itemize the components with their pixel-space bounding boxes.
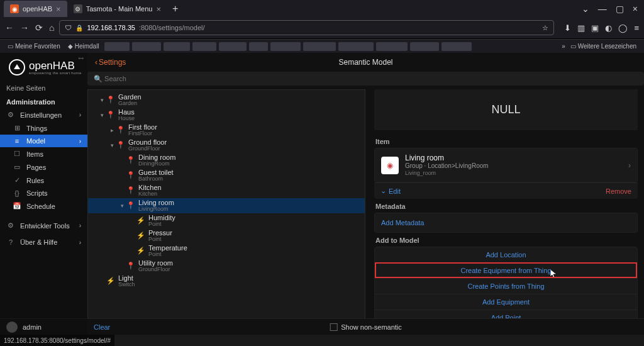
tree-toggle-icon[interactable]: ▾ bbox=[108, 142, 116, 148]
bookmark-blurred[interactable] bbox=[338, 42, 374, 51]
bookmark-blurred[interactable] bbox=[249, 42, 268, 51]
checkbox-icon[interactable] bbox=[330, 323, 337, 331]
tree-sublabel: GroundFloor bbox=[128, 146, 167, 152]
bookmark-blurred[interactable] bbox=[410, 42, 439, 51]
sidebar-item-help[interactable]: ? Über & Hilfe › bbox=[0, 236, 87, 248]
sidebar-item-model[interactable]: ≡ Model › bbox=[0, 135, 87, 147]
browser-tab-tasmota[interactable]: ⚙ Tasmota - Main Menu × bbox=[67, 1, 167, 17]
extension-icon[interactable]: ◐ bbox=[605, 23, 612, 33]
bookmark-blurred[interactable] bbox=[303, 42, 336, 51]
tabs-dropdown-icon[interactable]: ⌄ bbox=[582, 4, 589, 14]
sidebar-item-devtools[interactable]: ⚙ Entwickler Tools › bbox=[0, 219, 87, 232]
tree-row[interactable]: ⚡HumidityPoint bbox=[88, 213, 365, 228]
tree-toggle-icon[interactable]: ▾ bbox=[98, 97, 106, 103]
bookmark-blurred[interactable] bbox=[441, 42, 472, 51]
menu-icon[interactable]: ≡ bbox=[634, 23, 639, 33]
tree-row[interactable]: ▾📍HausHouse bbox=[88, 108, 365, 123]
pin-icon: 📍 bbox=[126, 262, 136, 270]
sidebar-item-things[interactable]: ⊞ Things bbox=[0, 121, 87, 135]
metadata-box: Add Metadata bbox=[374, 213, 638, 233]
item-id: Living_room bbox=[405, 170, 622, 177]
tree-row[interactable]: 📍Utility roomGroundFloor bbox=[88, 259, 365, 274]
back-icon[interactable]: ← bbox=[5, 23, 14, 33]
clear-button[interactable]: Clear bbox=[94, 323, 110, 331]
address-bar[interactable]: 🛡 🔒 192.168.178.35:8080/settings/model/ … bbox=[59, 20, 554, 35]
bookmark-blurred[interactable] bbox=[376, 42, 408, 51]
create-points-from-thing-button[interactable]: Create Points from Thing bbox=[375, 278, 637, 294]
bookmarks-folder[interactable]: ▭ Meine Favoriten bbox=[5, 42, 63, 50]
bookmark-blurred[interactable] bbox=[104, 42, 130, 51]
create-equipment-from-thing-button[interactable]: Create Equipment from Thing bbox=[375, 262, 637, 278]
item-subtitle: Group · Location>LivingRoom bbox=[405, 162, 622, 170]
tree-row[interactable]: 📍KitchenKitchen bbox=[88, 183, 365, 198]
tree-row[interactable]: ▾📍GardenGarden bbox=[88, 92, 365, 108]
bookmark-blurred[interactable] bbox=[270, 42, 301, 51]
back-button[interactable]: ‹ Settings bbox=[95, 58, 126, 67]
bookmark-blurred[interactable] bbox=[192, 42, 216, 51]
close-icon[interactable]: × bbox=[156, 4, 161, 14]
maximize-icon[interactable]: ▢ bbox=[616, 4, 624, 14]
logo[interactable]: openHAB empowering the smart home ⤢ bbox=[0, 53, 87, 81]
bolt-icon: ⚡ bbox=[136, 216, 146, 225]
pin-icon: 📍 bbox=[126, 201, 136, 209]
new-tab-button[interactable]: + bbox=[172, 3, 178, 14]
download-icon[interactable]: ⬇ bbox=[564, 23, 571, 33]
tree-row[interactable]: 📍Guest toiletBathroom bbox=[88, 168, 365, 183]
add-equipment-button[interactable]: Add Equipment bbox=[375, 294, 637, 310]
bookmarks-overflow-icon[interactable]: » bbox=[562, 43, 565, 50]
tree-row[interactable]: ⚡PressurPoint bbox=[88, 228, 365, 243]
reload-icon[interactable]: ⟳ bbox=[35, 23, 43, 33]
close-window-icon[interactable]: × bbox=[633, 4, 638, 14]
sidebar-item-schedule[interactable]: 📅 Schedule bbox=[0, 199, 87, 213]
user-row[interactable]: admin bbox=[0, 318, 87, 335]
library-icon[interactable]: ▥ bbox=[577, 23, 585, 33]
bookmark-blurred[interactable] bbox=[219, 42, 247, 51]
tree-row[interactable]: ⚡LightSwitch bbox=[88, 274, 365, 289]
sidebar-item-pages[interactable]: ▭ Pages bbox=[0, 160, 87, 174]
sidebar-item-scripts[interactable]: {} Scripts bbox=[0, 187, 87, 199]
tree-row[interactable]: ⚡TemperaturePoint bbox=[88, 243, 365, 259]
tree-toggle-icon[interactable]: ▸ bbox=[108, 127, 116, 133]
main-split: ▾📍GardenGarden▾📍HausHouse▸📍First floorFi… bbox=[87, 89, 644, 335]
bookmark-blurred[interactable] bbox=[132, 42, 161, 51]
tree-sublabel: FirstFloor bbox=[128, 131, 157, 137]
extension-icon[interactable]: ▣ bbox=[591, 23, 599, 33]
bolt-icon: ⚡ bbox=[106, 277, 116, 285]
tree-row[interactable]: ▾📍Living roomLivingRoom bbox=[88, 198, 365, 213]
sidebar-item-items[interactable]: ☐ Items bbox=[0, 147, 87, 160]
bookmark-star-icon[interactable]: ☆ bbox=[542, 24, 548, 32]
close-icon[interactable]: × bbox=[56, 4, 61, 14]
logo-icon bbox=[9, 59, 25, 75]
tree-sublabel: Switch bbox=[118, 282, 135, 288]
detail-panel: NULL Item ◉ Living room Group · Location… bbox=[368, 89, 644, 335]
tree-panel[interactable]: ▾📍GardenGarden▾📍HausHouse▸📍First floorFi… bbox=[87, 89, 365, 335]
tree-sublabel: LivingRoom bbox=[138, 206, 174, 213]
sidebar-item-settings[interactable]: ⚙ Einstellungen › bbox=[0, 108, 87, 121]
account-icon[interactable]: ◯ bbox=[618, 23, 628, 33]
search-input[interactable] bbox=[87, 72, 644, 86]
show-non-semantic-toggle[interactable]: Show non-semantic bbox=[330, 323, 402, 331]
scripts-icon: {} bbox=[13, 189, 21, 197]
browser-tab-openhab[interactable]: ◉ openHAB × bbox=[4, 1, 67, 17]
bolt-icon: ⚡ bbox=[136, 232, 146, 240]
forward-icon[interactable]: → bbox=[20, 23, 29, 33]
more-bookmarks-folder[interactable]: ▭ Weitere Lesezeichen bbox=[568, 42, 639, 50]
tree-row[interactable]: ▸📍First floorFirstFloor bbox=[88, 123, 365, 138]
home-icon[interactable]: ⌂ bbox=[49, 23, 54, 33]
add-location-button[interactable]: Add Location bbox=[375, 247, 637, 262]
add-metadata-button[interactable]: Add Metadata bbox=[381, 219, 425, 226]
edit-button[interactable]: ⌄ Edit bbox=[380, 187, 401, 195]
pin-icon: 📍 bbox=[106, 96, 116, 104]
model-icon: ≡ bbox=[13, 137, 21, 145]
sidebar-item-rules[interactable]: ✓ Rules bbox=[0, 174, 87, 187]
tree-row[interactable]: ▾📍Ground floorGroundFloor bbox=[88, 138, 365, 153]
tree-toggle-icon[interactable]: ▾ bbox=[98, 112, 106, 118]
tree-row[interactable]: 📍Dining roomDiningRoom bbox=[88, 153, 365, 168]
bookmark-heimdall[interactable]: ◆ Heimdall bbox=[65, 42, 102, 50]
pin-icon: 📍 bbox=[116, 141, 126, 149]
bookmark-blurred[interactable] bbox=[164, 42, 190, 51]
tree-toggle-icon[interactable]: ▾ bbox=[118, 203, 126, 209]
item-card[interactable]: ◉ Living room Group · Location>LivingRoo… bbox=[374, 148, 638, 182]
minimize-icon[interactable]: — bbox=[598, 4, 607, 14]
remove-button[interactable]: Remove bbox=[606, 187, 631, 195]
